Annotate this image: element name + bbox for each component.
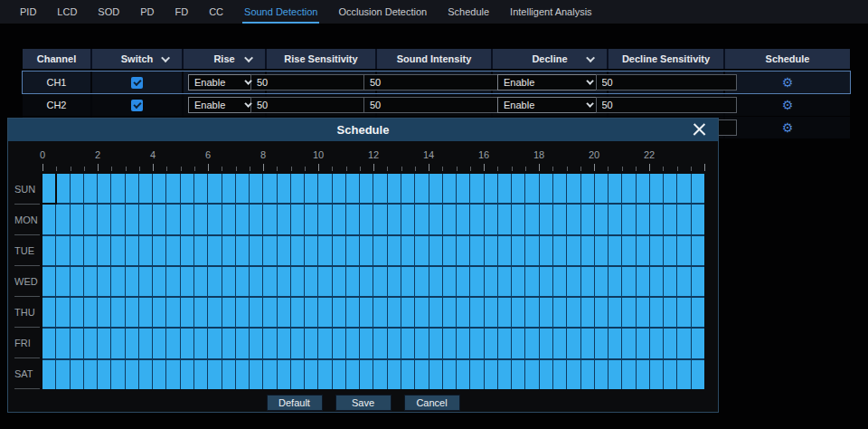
schedule-cell[interactable] <box>208 360 221 389</box>
schedule-cell[interactable] <box>153 298 165 327</box>
nav-tab-pid[interactable]: PID <box>18 1 38 24</box>
gear-icon[interactable]: ⚙ <box>782 99 794 111</box>
schedule-cell[interactable] <box>650 298 663 327</box>
schedule-cell[interactable] <box>126 205 138 234</box>
schedule-cell[interactable] <box>126 236 138 265</box>
schedule-cell[interactable] <box>153 236 165 265</box>
schedule-cell[interactable] <box>567 174 580 203</box>
schedule-cell[interactable] <box>470 360 483 389</box>
schedule-cell[interactable] <box>222 360 235 389</box>
schedule-cell[interactable] <box>166 298 179 327</box>
schedule-cell[interactable] <box>278 267 290 296</box>
schedule-cell[interactable] <box>622 360 635 389</box>
schedule-cell[interactable] <box>498 205 511 234</box>
schedule-cell[interactable] <box>208 298 221 327</box>
schedule-cell[interactable] <box>581 267 594 296</box>
decline-sensitivity-input[interactable] <box>596 74 737 91</box>
schedule-cell[interactable] <box>166 329 179 358</box>
schedule-cell[interactable] <box>56 205 69 234</box>
schedule-cell[interactable] <box>553 236 566 265</box>
schedule-cell[interactable] <box>664 267 676 296</box>
schedule-cell[interactable] <box>208 205 221 234</box>
schedule-cell[interactable] <box>595 298 608 327</box>
schedule-cell[interactable] <box>98 236 110 265</box>
schedule-cell[interactable] <box>153 267 165 296</box>
schedule-cell[interactable] <box>291 329 304 358</box>
sound-intensity-input[interactable] <box>363 97 505 113</box>
nav-tab-cc[interactable]: CC <box>207 1 225 24</box>
schedule-cell[interactable] <box>333 174 345 203</box>
schedule-cell[interactable] <box>250 236 262 265</box>
schedule-cell[interactable] <box>84 360 97 389</box>
nav-tab-schedule[interactable]: Schedule <box>446 1 491 24</box>
schedule-cell[interactable] <box>525 205 538 234</box>
schedule-cell[interactable] <box>415 205 428 234</box>
schedule-cell[interactable] <box>71 174 83 203</box>
schedule-cell[interactable] <box>139 360 152 389</box>
schedule-cell[interactable] <box>346 205 359 234</box>
schedule-cell[interactable] <box>250 267 262 296</box>
schedule-cell[interactable] <box>153 174 165 203</box>
schedule-cell[interactable] <box>388 329 401 358</box>
schedule-cell[interactable] <box>56 236 69 265</box>
schedule-cell[interactable] <box>56 329 69 358</box>
schedule-cell[interactable] <box>333 329 345 358</box>
schedule-cell[interactable] <box>664 329 676 358</box>
schedule-cell[interactable] <box>373 236 386 265</box>
schedule-cell[interactable] <box>692 360 704 389</box>
schedule-cell[interactable] <box>98 360 110 389</box>
schedule-cell[interactable] <box>208 236 221 265</box>
schedule-cell[interactable] <box>470 329 483 358</box>
schedule-cell[interactable] <box>222 267 235 296</box>
schedule-cell[interactable] <box>457 360 469 389</box>
schedule-cell[interactable] <box>485 236 497 265</box>
schedule-cell[interactable] <box>443 360 456 389</box>
schedule-cell[interactable] <box>56 360 69 389</box>
schedule-cell[interactable] <box>677 329 690 358</box>
schedule-cell[interactable] <box>318 236 331 265</box>
schedule-cell[interactable] <box>457 205 469 234</box>
schedule-cell[interactable] <box>581 236 594 265</box>
schedule-cell[interactable] <box>250 329 262 358</box>
schedule-cell[interactable] <box>443 298 456 327</box>
schedule-cell[interactable] <box>567 205 580 234</box>
nav-tab-sod[interactable]: SOD <box>96 1 121 24</box>
schedule-cell[interactable] <box>595 174 608 203</box>
schedule-cell[interactable] <box>692 174 704 203</box>
schedule-cell[interactable] <box>595 267 608 296</box>
schedule-cell[interactable] <box>485 329 497 358</box>
schedule-cell[interactable] <box>609 298 621 327</box>
schedule-cell[interactable] <box>333 360 345 389</box>
schedule-cell[interactable] <box>692 298 704 327</box>
schedule-cell[interactable] <box>429 205 442 234</box>
schedule-cell[interactable] <box>84 329 97 358</box>
schedule-cell[interactable] <box>595 205 608 234</box>
schedule-cell[interactable] <box>318 329 331 358</box>
schedule-cell[interactable] <box>42 205 55 234</box>
schedule-cell[interactable] <box>139 298 152 327</box>
schedule-cell[interactable] <box>401 298 414 327</box>
chevron-down-icon[interactable] <box>161 53 170 62</box>
schedule-cell[interactable] <box>401 267 414 296</box>
schedule-cell[interactable] <box>263 360 276 389</box>
schedule-cell[interactable] <box>360 205 373 234</box>
schedule-cell[interactable] <box>443 174 456 203</box>
schedule-cell[interactable] <box>677 267 690 296</box>
schedule-cell[interactable] <box>333 267 345 296</box>
schedule-cell[interactable] <box>181 329 193 358</box>
schedule-cell[interactable] <box>263 329 276 358</box>
schedule-cell[interactable] <box>98 298 110 327</box>
nav-tab-occlusion-detection[interactable]: Occlusion Detection <box>336 1 429 24</box>
schedule-cell[interactable] <box>111 360 124 389</box>
close-icon[interactable] <box>693 123 706 137</box>
schedule-cell[interactable] <box>692 205 704 234</box>
schedule-cell[interactable] <box>553 360 566 389</box>
schedule-cell[interactable] <box>457 236 469 265</box>
schedule-cell[interactable] <box>111 329 124 358</box>
schedule-cell[interactable] <box>305 205 317 234</box>
schedule-cell[interactable] <box>222 236 235 265</box>
schedule-cell[interactable] <box>166 267 179 296</box>
schedule-cell[interactable] <box>388 174 401 203</box>
schedule-cell[interactable] <box>650 174 663 203</box>
schedule-cell[interactable] <box>263 174 276 203</box>
